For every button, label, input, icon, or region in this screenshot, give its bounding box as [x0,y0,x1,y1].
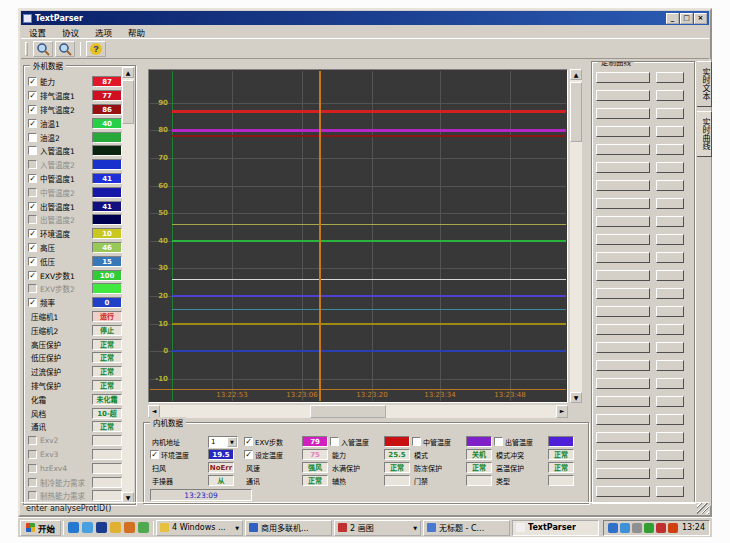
curve-value-button[interactable] [656,90,684,101]
curve-name-button[interactable] [596,378,650,389]
checkbox[interactable] [28,188,37,197]
curve-value-button[interactable] [656,450,684,461]
media-icon[interactable] [138,522,149,533]
checkbox[interactable]: ✓ [28,77,37,86]
curve-name-button[interactable] [596,360,650,371]
curve-value-button[interactable] [656,180,684,191]
tab-realtime-text[interactable]: 实时文本 [697,61,712,107]
start-button[interactable]: 开始 [20,520,61,536]
scrollbar-track[interactable] [160,405,556,418]
curve-value-button[interactable] [656,252,684,263]
chart-horizontal-scrollbar[interactable]: ◄ ► [148,405,568,418]
scrollbar-thumb[interactable] [570,82,582,142]
display-icon[interactable] [632,523,642,533]
scrollbar-track[interactable] [570,80,582,392]
curve-value-button[interactable] [656,414,684,425]
curve-value-button[interactable] [656,432,684,443]
volume-icon[interactable] [620,523,630,533]
scroll-up-icon[interactable]: ▲ [122,67,134,78]
taskbar-button-3[interactable]: 无标题 - C... [423,520,510,536]
curve-name-button[interactable] [596,90,650,101]
network-icon[interactable] [608,523,618,533]
chevron-down-icon[interactable]: ▼ [235,525,239,531]
chart[interactable]: 9080706050403020100-1013:22:5313:23:0613… [148,69,568,403]
curve-value-button[interactable] [656,216,684,227]
taskbar-button-4[interactable]: TextParser [512,520,599,536]
titlebar[interactable]: TextParser _ □ × [21,11,709,25]
sidebar-scrollbar[interactable]: ▲ ▼ [122,67,134,503]
curve-value-button[interactable] [656,396,684,407]
scrollbar-track[interactable] [122,78,134,492]
curve-name-button[interactable] [596,270,650,281]
taskbar-button-1[interactable]: 商用多联机... [245,520,332,536]
checkbox[interactable]: ✓ [28,257,37,266]
curve-value-button[interactable] [656,324,684,335]
curve-value-button[interactable] [656,360,684,371]
menu-item-3[interactable]: 帮助 [120,26,153,38]
curve-value-button[interactable] [656,162,684,173]
curve-value-button[interactable] [656,144,684,155]
chevron-down-icon[interactable]: ▼ [413,525,417,531]
chart-vertical-scrollbar[interactable]: ▲ ▼ [570,69,582,403]
key-icon[interactable] [124,522,135,533]
curve-value-button[interactable] [656,270,684,281]
minimize-button[interactable]: _ [666,13,679,24]
curve-name-button[interactable] [596,468,650,479]
checkbox[interactable] [28,160,37,169]
zoom-out-button[interactable] [55,41,75,57]
checkbox[interactable] [330,437,339,446]
checkbox[interactable]: ✓ [244,450,253,459]
help-button[interactable]: ? [86,41,106,57]
curve-value-button[interactable] [656,126,684,137]
curve-name-button[interactable] [596,324,650,335]
antivirus-icon[interactable] [644,523,654,533]
outlook-icon[interactable] [82,522,93,533]
update-icon[interactable] [668,523,678,533]
curve-name-button[interactable] [596,108,650,119]
checkbox[interactable] [28,133,37,142]
curve-name-button[interactable] [596,234,650,245]
curve-name-button[interactable] [596,216,650,227]
curve-value-button[interactable] [656,72,684,83]
curve-name-button[interactable] [596,306,650,317]
curve-name-button[interactable] [596,252,650,263]
scroll-up-icon[interactable]: ▲ [570,69,582,80]
curve-name-button[interactable] [596,198,650,209]
checkbox[interactable]: ✓ [150,450,159,459]
checkbox[interactable]: ✓ [28,229,37,238]
taskbar-button-0[interactable]: 4 Windows ...▼ [156,520,243,536]
folder-icon[interactable] [110,522,121,533]
checkbox[interactable]: ✓ [28,271,37,280]
checkbox[interactable]: ✓ [28,105,37,114]
checkbox[interactable] [28,464,37,473]
checkbox[interactable]: ✓ [28,243,37,252]
checkbox[interactable] [28,284,37,293]
menu-item-2[interactable]: 选项 [87,26,120,38]
curve-name-button[interactable] [596,450,650,461]
checkbox[interactable] [412,437,421,446]
curve-name-button[interactable] [596,432,650,443]
curve-value-button[interactable] [656,486,684,497]
checkbox[interactable] [28,436,37,445]
checkbox[interactable]: ✓ [28,298,37,307]
curve-name-button[interactable] [596,414,650,425]
ie-icon[interactable] [68,522,79,533]
curve-value-button[interactable] [656,108,684,119]
curve-name-button[interactable] [596,162,650,173]
curve-value-button[interactable] [656,378,684,389]
checkbox[interactable] [28,215,37,224]
menu-item-1[interactable]: 协议 [54,26,87,38]
scrollbar-thumb[interactable] [310,405,386,418]
curve-value-button[interactable] [656,198,684,209]
msn-icon[interactable] [96,522,107,533]
scroll-right-icon[interactable]: ► [556,405,568,418]
checkbox[interactable] [494,437,503,446]
taskbar-button-2[interactable]: 2 画图▼ [334,520,421,536]
chart-plot[interactable]: 9080706050403020100-1013:22:5313:23:0613… [150,71,566,401]
toolbar-handle[interactable] [25,42,28,56]
checkbox[interactable]: ✓ [28,174,37,183]
address-select[interactable]: 1▼ [208,436,238,448]
checkbox[interactable] [28,146,37,155]
curve-name-button[interactable] [596,288,650,299]
scroll-down-icon[interactable]: ▼ [570,392,582,403]
